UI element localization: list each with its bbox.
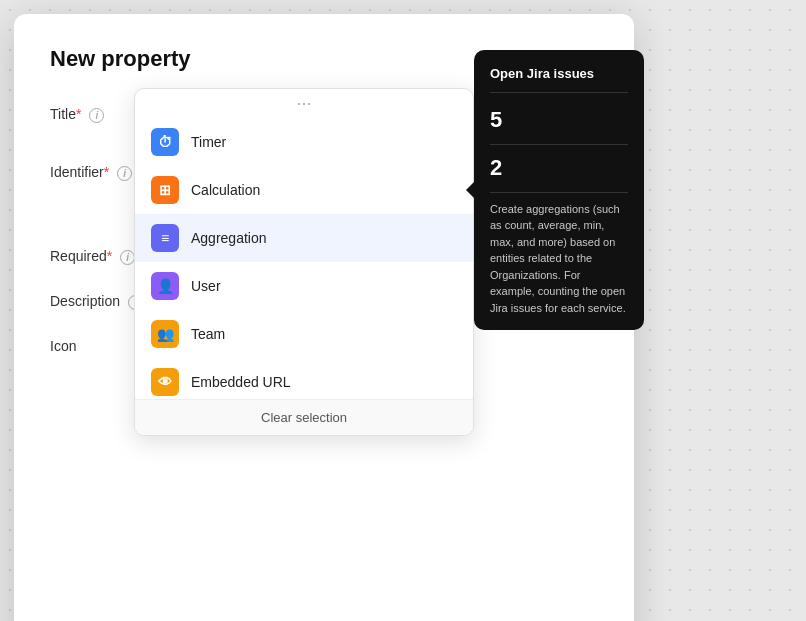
aggregation-icon: ≡ bbox=[151, 224, 179, 252]
property-type-dropdown-menu: ··· ⏱ Timer ⊞ Calculation ≡ Aggregation … bbox=[134, 88, 474, 436]
clear-selection-button[interactable]: Clear selection bbox=[135, 400, 473, 435]
scroll-indicator-top: ··· bbox=[135, 89, 473, 118]
user-label: User bbox=[191, 278, 221, 294]
tooltip-arrow bbox=[466, 182, 474, 198]
title-info-icon[interactable]: i bbox=[89, 108, 104, 123]
new-property-modal: New property Title* i Identifier* i Auto… bbox=[14, 14, 634, 621]
team-label: Team bbox=[191, 326, 225, 342]
embedded-url-label: Embedded URL bbox=[191, 374, 291, 390]
timer-icon: ⏱ bbox=[151, 128, 179, 156]
required-info-icon[interactable]: i bbox=[120, 250, 135, 265]
calculation-icon: ⊞ bbox=[151, 176, 179, 204]
jira-tooltip-title: Open Jira issues bbox=[490, 64, 628, 93]
timer-label: Timer bbox=[191, 134, 226, 150]
jira-issues-tooltip: Open Jira issues 5 2 Create aggregations… bbox=[474, 50, 644, 330]
identifier-info-icon[interactable]: i bbox=[117, 166, 132, 181]
dropdown-item-aggregation[interactable]: ≡ Aggregation bbox=[135, 214, 473, 262]
user-icon: 👤 bbox=[151, 272, 179, 300]
dropdown-item-calculation[interactable]: ⊞ Calculation bbox=[135, 166, 473, 214]
ellipsis-icon: ··· bbox=[296, 93, 311, 114]
jira-description: Create aggregations (such as count, aver… bbox=[490, 201, 628, 317]
dropdown-scroll-area[interactable]: ··· ⏱ Timer ⊞ Calculation ≡ Aggregation … bbox=[135, 89, 473, 399]
calculation-label: Calculation bbox=[191, 182, 260, 198]
embedded-url-icon: 👁 bbox=[151, 368, 179, 396]
jira-number-1: 5 bbox=[490, 103, 628, 145]
dropdown-item-team[interactable]: 👥 Team bbox=[135, 310, 473, 358]
team-icon: 👥 bbox=[151, 320, 179, 348]
dropdown-item-embedded-url[interactable]: 👁 Embedded URL bbox=[135, 358, 473, 399]
modal-overlay: New property Title* i Identifier* i Auto… bbox=[0, 0, 806, 621]
dropdown-item-user[interactable]: 👤 User bbox=[135, 262, 473, 310]
aggregation-label: Aggregation bbox=[191, 230, 267, 246]
jira-number-2: 2 bbox=[490, 151, 628, 193]
dropdown-item-timer[interactable]: ⏱ Timer bbox=[135, 118, 473, 166]
